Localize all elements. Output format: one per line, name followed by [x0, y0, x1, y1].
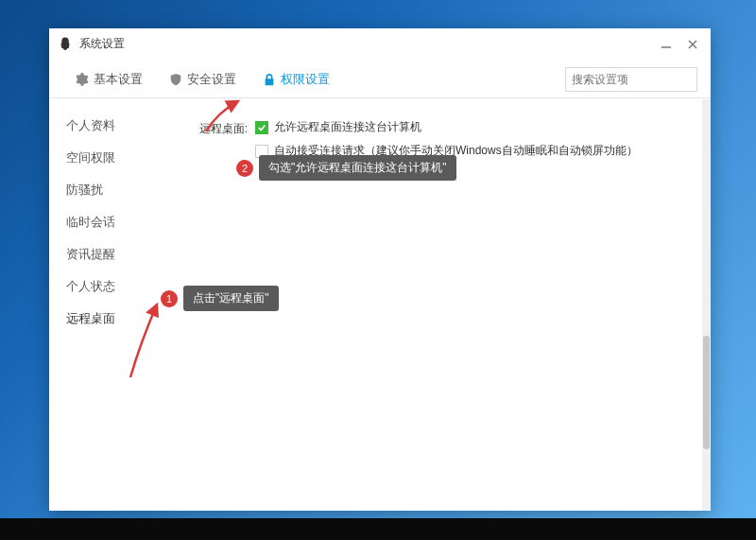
sidebar-item-news[interactable]: 资讯提醒 — [49, 238, 170, 270]
arrow-to-checkbox — [198, 94, 246, 136]
option-allow-remote: 允许远程桌面连接这台计算机 — [274, 119, 421, 135]
sidebar-item-antiharass[interactable]: 防骚扰 — [49, 174, 170, 206]
annotation-1: 1 点击"远程桌面" — [161, 286, 279, 311]
minimize-button[interactable] — [660, 38, 673, 51]
taskbar[interactable] — [0, 518, 756, 540]
search-input[interactable] — [572, 73, 713, 86]
lock-icon — [263, 73, 276, 86]
arrow-to-sidebar — [112, 297, 168, 382]
annotation-text-1: 点击"远程桌面" — [183, 286, 279, 311]
annotation-badge-2: 2 — [236, 160, 253, 177]
app-icon — [57, 36, 74, 53]
tab-basic[interactable]: 基本设置 — [62, 61, 156, 97]
window-title: 系统设置 — [79, 36, 660, 52]
titlebar: 系统设置 — [49, 28, 711, 61]
tab-label: 安全设置 — [187, 71, 236, 88]
tab-label: 权限设置 — [281, 71, 330, 88]
tab-permissions[interactable]: 权限设置 — [249, 61, 343, 97]
annotation-text-2: 勾选"允许远程桌面连接这台计算机" — [259, 155, 456, 181]
tab-label: 基本设置 — [94, 71, 143, 88]
gear-icon — [76, 73, 89, 86]
search-box[interactable] — [565, 67, 697, 92]
sidebar-item-profile[interactable]: 个人资料 — [49, 110, 170, 142]
sidebar-item-space[interactable]: 空间权限 — [49, 142, 170, 174]
settings-window: 系统设置 基本设置 安全设置 权限设置 — [49, 28, 711, 511]
tab-security[interactable]: 安全设置 — [156, 61, 249, 97]
scrollbar-track[interactable] — [702, 99, 711, 511]
checkbox-allow-remote[interactable] — [255, 121, 268, 134]
close-button[interactable] — [686, 38, 699, 51]
shield-icon — [169, 73, 182, 86]
tabs-row: 基本设置 安全设置 权限设置 — [49, 61, 711, 98]
main-panel: 远程桌面: 允许远程桌面连接这台计算机 自动接受连接请求（建议你手动关闭Wind… — [170, 98, 711, 511]
content-area: 个人资料 空间权限 防骚扰 临时会话 资讯提醒 个人状态 远程桌面 远程桌面: … — [49, 98, 711, 511]
scrollbar-thumb[interactable] — [703, 336, 710, 449]
annotation-2: 2 勾选"允许远程桌面连接这台计算机" — [236, 155, 456, 181]
sidebar-item-tempsession[interactable]: 临时会话 — [49, 206, 170, 238]
